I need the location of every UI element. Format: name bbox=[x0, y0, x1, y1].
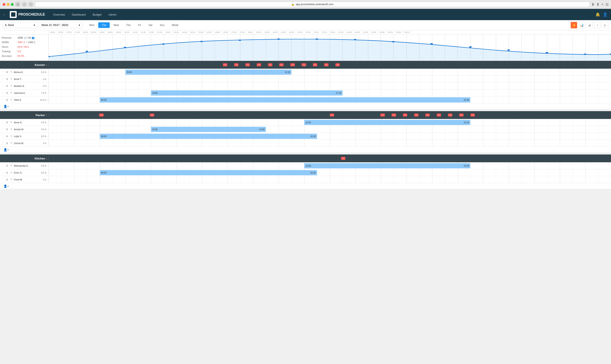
nav-dashboard[interactable]: Dashboard bbox=[69, 12, 89, 18]
overflow-badge[interactable]: +1 bbox=[290, 63, 295, 66]
delete-button[interactable]: 🗑 bbox=[5, 121, 9, 124]
print-icon-btn[interactable]: 🖨 bbox=[586, 22, 593, 28]
employee-timeline[interactable]: 08:0016:30 bbox=[49, 169, 611, 176]
drag-handle[interactable]: ⋮ bbox=[1, 171, 5, 174]
flash-icon-btn[interactable]: ⚡ bbox=[571, 22, 577, 28]
overflow-badge[interactable]: +1 bbox=[150, 114, 154, 117]
drag-handle[interactable]: ⋮ bbox=[1, 178, 5, 181]
refresh-button[interactable]: ↻ bbox=[10, 164, 13, 167]
refresh-button[interactable]: ↻ bbox=[10, 98, 13, 101]
overflow-badge[interactable]: +1 bbox=[335, 63, 340, 66]
chart-icon-btn[interactable]: 📊 bbox=[578, 22, 585, 28]
overflow-badge[interactable]: +1 bbox=[403, 114, 407, 117]
refresh-button[interactable]: ↻ bbox=[10, 142, 13, 144]
shift-bar[interactable]: 08:0016:30 bbox=[100, 170, 317, 175]
drag-handle[interactable]: ⋮ bbox=[1, 78, 5, 80]
shift-bar[interactable]: 16:0022:30 bbox=[304, 120, 470, 125]
overflow-badge[interactable]: +1 bbox=[470, 114, 475, 117]
overflow-badge[interactable]: +1 bbox=[448, 114, 452, 117]
overflow-badge[interactable]: +1 bbox=[313, 63, 317, 66]
overflow-badge[interactable]: +1 bbox=[392, 114, 396, 117]
overflow-badge[interactable]: +1 bbox=[302, 63, 306, 66]
shift-bar[interactable]: 08:0022:30 bbox=[100, 97, 470, 103]
employee-timeline[interactable]: 10:0017:30 bbox=[49, 90, 611, 96]
add-employee-button[interactable]: 👤+ bbox=[3, 184, 9, 188]
overflow-badge[interactable]: +1 bbox=[223, 63, 227, 66]
delete-button[interactable]: 🗑 bbox=[5, 164, 9, 167]
shift-bar[interactable]: 10:0017:30 bbox=[151, 90, 343, 96]
overflow-badge[interactable]: +1 bbox=[99, 114, 103, 117]
send-icon-btn[interactable]: ▷ bbox=[602, 22, 608, 28]
overflow-badge[interactable]: +1 bbox=[279, 63, 284, 66]
extensions-icon[interactable]: ⊡ bbox=[606, 2, 608, 6]
refresh-button[interactable]: ↻ bbox=[10, 71, 13, 73]
drag-handle[interactable]: ⋮ bbox=[1, 91, 5, 94]
minimize-button[interactable] bbox=[7, 3, 10, 6]
drag-handle[interactable]: ⋮ bbox=[1, 128, 5, 131]
refresh-button[interactable]: ↻ bbox=[10, 171, 13, 174]
delete-button[interactable]: 🗑 bbox=[5, 99, 9, 101]
tab-sat[interactable]: Sat bbox=[145, 22, 156, 28]
delete-button[interactable]: 🗑 bbox=[5, 128, 9, 130]
add-employee-button[interactable]: 👤+ bbox=[3, 148, 9, 151]
nav-overview[interactable]: Overview bbox=[50, 12, 68, 18]
new-tab-icon[interactable]: + bbox=[601, 2, 603, 6]
overflow-badge[interactable]: +1 bbox=[268, 63, 272, 66]
employee-timeline[interactable]: 08:0016:30 bbox=[49, 133, 611, 140]
overflow-badge[interactable]: +1 bbox=[425, 114, 430, 117]
sidebar-toggle[interactable]: ⊞ bbox=[15, 2, 20, 7]
employee-timeline[interactable]: 16:0022:30 bbox=[49, 119, 611, 126]
employee-timeline[interactable]: 09:0015:30 bbox=[49, 69, 611, 75]
refresh-button[interactable]: ↻ bbox=[10, 84, 13, 87]
back-arrow[interactable]: ‹ bbox=[3, 13, 5, 16]
user-icon[interactable]: 👤 bbox=[603, 12, 608, 17]
tab-mon[interactable]: Mon bbox=[86, 22, 98, 28]
overflow-badge[interactable]: +1 bbox=[380, 114, 385, 117]
nav-admin[interactable]: Admin bbox=[105, 12, 120, 18]
shift-bar[interactable]: 08:0016:30 bbox=[100, 134, 317, 139]
overflow-badge[interactable]: +1 bbox=[437, 114, 441, 117]
fullscreen-button[interactable] bbox=[11, 3, 14, 6]
overflow-badge[interactable]: +1 bbox=[245, 63, 250, 66]
week-selector[interactable]: Week 22: 05/27 - 06/02 ▾ bbox=[39, 22, 82, 28]
delete-button[interactable]: 🗑 bbox=[5, 71, 9, 73]
delete-button[interactable]: 🗑 bbox=[5, 178, 9, 181]
delete-button[interactable]: 🗑 bbox=[5, 171, 9, 174]
overflow-badge[interactable]: +1 bbox=[459, 114, 464, 117]
forward-nav[interactable]: › bbox=[28, 2, 33, 7]
refresh-button[interactable]: ↻ bbox=[10, 78, 13, 80]
delete-button[interactable]: 🗑 bbox=[5, 142, 9, 144]
drag-handle[interactable]: ⋮ bbox=[1, 121, 5, 124]
refresh-button[interactable]: ↻ bbox=[10, 91, 13, 94]
store-selector[interactable]: IL Store ▾ bbox=[3, 22, 37, 28]
tab-fri[interactable]: Fri bbox=[135, 22, 145, 28]
shift-bar[interactable]: 10:0014:30 bbox=[151, 127, 266, 132]
nav-budget[interactable]: Budget bbox=[90, 12, 105, 18]
employee-timeline[interactable] bbox=[49, 176, 611, 183]
refresh-button[interactable]: ↻ bbox=[10, 178, 13, 181]
add-employee-button[interactable]: 👤+ bbox=[3, 105, 9, 108]
employee-timeline[interactable]: 16:0022:30 bbox=[49, 162, 611, 169]
address-bar[interactable]: 🔒 app.proschedule.ambraisoft.com bbox=[35, 2, 590, 7]
tab-tue[interactable]: Tue bbox=[98, 22, 109, 28]
refresh-button[interactable]: ↻ bbox=[10, 135, 13, 138]
shift-bar[interactable]: 09:0015:30 bbox=[125, 70, 292, 75]
delete-button[interactable]: 🗑 bbox=[5, 85, 9, 87]
employee-timeline[interactable]: 10:0014:30 bbox=[49, 126, 611, 133]
close-button[interactable] bbox=[3, 3, 5, 6]
tab-wed[interactable]: Wed bbox=[110, 22, 122, 28]
overflow-badge[interactable]: +1 bbox=[330, 114, 334, 117]
employee-timeline[interactable] bbox=[49, 83, 611, 89]
share-icon[interactable]: ⬆ bbox=[597, 2, 599, 6]
employee-timeline[interactable] bbox=[49, 76, 611, 82]
download-icon[interactable]: ⬇ bbox=[591, 2, 594, 6]
export-icon-btn[interactable]: ↑ bbox=[594, 22, 601, 28]
tab-sun[interactable]: Sun bbox=[156, 22, 168, 28]
drag-handle[interactable]: ⋮ bbox=[1, 71, 5, 73]
overflow-badge[interactable]: +1 bbox=[257, 63, 261, 66]
employee-timeline[interactable] bbox=[49, 140, 611, 146]
drag-handle[interactable]: ⋮ bbox=[1, 84, 5, 87]
overflow-badge[interactable]: +1 bbox=[324, 63, 329, 66]
employee-timeline[interactable]: 08:0022:30 bbox=[49, 96, 611, 103]
back-nav[interactable]: ‹ bbox=[22, 2, 27, 7]
